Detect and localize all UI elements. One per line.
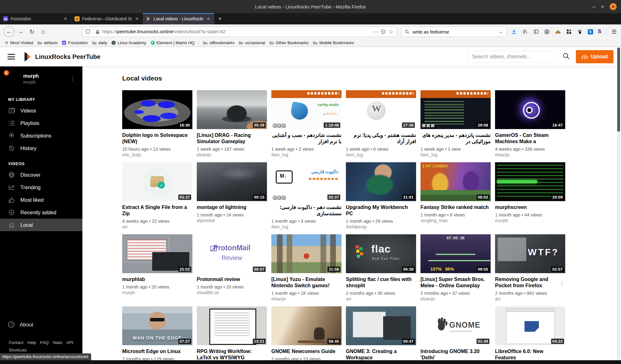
video-channel[interactable]: ilam_lug <box>420 152 491 157</box>
tab-close-icon[interactable]: ✕ <box>206 16 211 21</box>
video-title[interactable]: GamerOS - Can Steam Machines Make a <box>495 132 565 145</box>
video-options-icon[interactable]: ⋮ <box>559 280 565 287</box>
video-thumbnail[interactable]: 04:22 <box>495 306 565 345</box>
video-title[interactable]: Microsoft Edge on Linux <box>122 348 192 355</box>
video-title[interactable]: [Linux] Super Smash Bros. Melee - Online… <box>420 276 491 289</box>
video-thumbnail[interactable]: 25:02 <box>122 234 192 273</box>
footer-link[interactable]: Stats <box>53 340 62 345</box>
video-title[interactable]: GNOME 3: Creating a Workspace <box>346 348 416 361</box>
sidebar-item-history[interactable]: History <box>0 142 82 154</box>
footer-link[interactable]: Help <box>28 340 36 345</box>
peertube-search-icon[interactable] <box>563 53 570 61</box>
downloads-icon[interactable] <box>511 29 517 35</box>
video-title[interactable]: [Linux] Yuzu - Emulate Nintendo Switch g… <box>271 276 342 289</box>
user-menu-icon[interactable]: ⋮ <box>69 74 77 84</box>
video-thumbnail[interactable]: 07:05:36107% 96%09:55 <box>420 234 491 273</box>
video-title[interactable]: RPG Writing Workflow: LaTeX vs WYSIWYG <box>197 348 267 361</box>
sidebar-item-discover[interactable]: Discover <box>0 169 82 181</box>
video-channel[interactable]: cloud68.co <box>197 290 267 295</box>
menu-toggle-icon[interactable] <box>8 54 15 60</box>
video-thumbnail[interactable]: 05:39 <box>197 90 267 129</box>
account-icon[interactable] <box>544 29 550 35</box>
video-channel[interactable]: ekianjo <box>197 152 267 157</box>
back-button[interactable]: ← <box>4 26 14 37</box>
video-title[interactable]: murphlab <box>122 276 192 283</box>
video-channel[interactable]: eric_buijs <box>122 152 192 157</box>
shortkeys-icon[interactable]: S <box>598 29 601 35</box>
video-channel[interactable]: ilam_lug <box>271 224 342 229</box>
video-title[interactable]: Removing Google and Pocket from Firefox <box>495 276 565 289</box>
bookmark-item[interactable]: Linux Academy <box>109 40 149 46</box>
video-title[interactable]: Protonmail review <box>197 276 267 283</box>
video-channel[interactable]: thefakevip <box>346 224 416 229</box>
video-title[interactable]: نشست شانزدهم - نصب و آشنایی با نرم افزار <box>271 132 342 145</box>
home-button[interactable]: ⌂ <box>38 27 48 37</box>
bookmark-item[interactable]: occasional <box>237 40 267 46</box>
bookmark-item[interactable]: Other Bookmarks <box>267 40 311 46</box>
video-title[interactable]: Dolphin logo in Solvespace (NEW) <box>122 132 192 145</box>
video-title[interactable]: GNOME Newcomers Guide <box>271 348 342 355</box>
url-bar[interactable]: https://peertube.linuxrocks.online/video… <box>82 27 397 37</box>
sidebars-icon[interactable] <box>533 29 539 35</box>
video-channel[interactable]: alpinekid <box>197 218 267 223</box>
video-title[interactable]: نشست هشتم - ویکی پدیا؛ نرم افزار آزاد <box>346 132 416 145</box>
video-title[interactable]: Splitting flac / cue files with shnsplit <box>346 276 416 289</box>
library-icon[interactable] <box>522 29 528 35</box>
video-channel[interactable]: ekianjo <box>420 296 491 301</box>
video-thumbnail[interactable]: 00:15 <box>197 162 267 201</box>
minimize-button[interactable]: – <box>592 4 595 9</box>
video-thumbnail[interactable]: W27:36 <box>346 90 416 129</box>
menu-icon[interactable] <box>611 29 617 35</box>
bookmark-item[interactable]: mFosstodon <box>60 40 90 46</box>
video-thumbnail[interactable]: 16:30 <box>122 90 192 129</box>
video-thumbnail[interactable]: 31:01 <box>346 162 416 201</box>
reload-button[interactable]: ↻ <box>27 27 37 37</box>
page-actions-icon[interactable]: ⋯ <box>373 29 378 35</box>
video-thumbnail[interactable]: 29:08 <box>420 90 491 129</box>
bookmark-item[interactable]: defauts <box>35 40 60 46</box>
video-thumbnail[interactable]: 2 HIT COMBO!06:02 <box>420 162 491 201</box>
video-channel[interactable]: ilam_lug <box>271 152 342 157</box>
shortcuts-link[interactable]: Shortcuts <box>8 348 82 352</box>
video-thumbnail[interactable]: 58:45 <box>271 306 342 345</box>
video-title[interactable]: نشست پانزدهم - مدیر پنجره های موزائیکی د… <box>420 132 491 145</box>
video-title[interactable]: Upgrading My Workbench PC <box>346 204 416 217</box>
video-thumbnail[interactable]: WTF?02:57 <box>495 234 565 273</box>
sidebar-item-local[interactable]: Local <box>0 219 82 231</box>
video-title[interactable]: Fantasy Strike ranked match <box>420 204 491 211</box>
bookmark-item[interactable]: olfbookmarks <box>201 40 237 46</box>
sidebar-item-recently-added[interactable]: Recently added <box>0 206 82 219</box>
bookmark-item[interactable]: ⚙Most Visited <box>3 40 35 46</box>
video-channel[interactable]: art <box>495 296 565 301</box>
video-channel[interactable]: art <box>346 296 416 301</box>
new-tab-button[interactable]: + <box>214 13 226 24</box>
bookmark-item[interactable]: daily <box>90 40 109 46</box>
bookmark-item[interactable]: Element | Matrix HQ <box>149 40 197 46</box>
bookmark-item[interactable]: Mobile Bookmarks <box>311 40 356 46</box>
save-to-pocket-icon[interactable] <box>381 29 385 34</box>
tab-fediverse[interactable]: ö Fediverse—Distributed Soci ✕ <box>71 13 143 24</box>
upload-button[interactable]: Upload <box>576 50 613 63</box>
video-thumbnail[interactable]: M↓داکیوت فارسی50:37 <box>271 162 342 201</box>
video-thumbnail[interactable]: 16:47 <box>495 90 565 129</box>
scrollbar[interactable] <box>617 48 620 360</box>
extension-sneaker-icon[interactable] <box>555 29 561 35</box>
sidebar-item-videos[interactable]: Videos <box>0 104 82 117</box>
video-title[interactable]: Extract A Single File from a Zip <box>122 204 192 217</box>
tab-fosstodon[interactable]: m Fosstodon ✕ <box>0 13 71 24</box>
video-thumbnail[interactable]: MAN ON THE EDGE07:27 <box>122 306 192 345</box>
sidebar-item-playlists[interactable]: Playlists <box>0 117 82 129</box>
video-thumbnail[interactable]: GNOME01:49 <box>420 306 491 345</box>
video-channel[interactable]: ekianjo <box>271 296 342 301</box>
video-channel[interactable]: ekianjo <box>495 152 565 157</box>
video-channel[interactable]: ilam_lug <box>346 152 416 157</box>
video-channel[interactable]: zergling_man <box>420 218 491 223</box>
footer-link[interactable]: FAQ <box>40 340 49 345</box>
close-button[interactable]: ✕ <box>610 3 617 10</box>
footer-link[interactable]: Contact <box>9 340 23 345</box>
brand[interactable]: LinuxRocks PeerTube <box>23 52 101 61</box>
video-thumbnail[interactable]: flacAnd Cue Files06:38 <box>346 234 416 273</box>
bookmark-star-icon[interactable]: ☆ <box>389 29 393 35</box>
video-title[interactable]: نشست دهم - داکیوت فارسی؛ مستندسازی <box>271 204 342 217</box>
video-thumbnail[interactable]: synfig studioرضا شکری1:10:46 <box>271 90 342 129</box>
